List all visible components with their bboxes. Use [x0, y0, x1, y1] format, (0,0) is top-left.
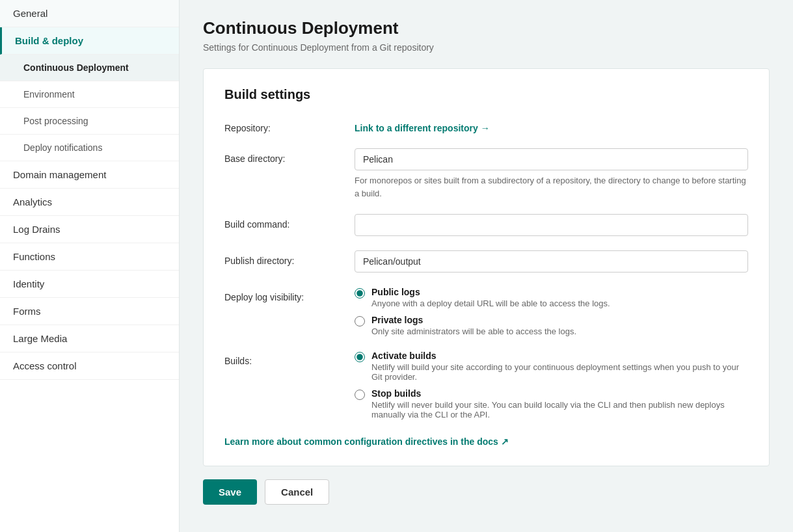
sidebar-item-large-media[interactable]: Large Media — [0, 325, 179, 352]
page-title: Continuous Deployment — [203, 18, 770, 38]
build-settings-card: Build settings Repository: Link to a dif… — [203, 68, 770, 466]
repository-row: Repository: Link to a different reposito… — [224, 118, 748, 134]
public-logs-radio[interactable] — [355, 288, 365, 299]
sidebar-item-analytics[interactable]: Analytics — [0, 189, 179, 216]
repository-link[interactable]: Link to a different repository → — [355, 118, 490, 133]
private-logs-description: Only site administrators will be able to… — [371, 326, 576, 336]
activate-builds-label[interactable]: Activate builds — [371, 351, 748, 361]
build-command-row: Build command: — [224, 214, 748, 236]
deploy-log-visibility-label: Deploy log visibility: — [224, 287, 355, 302]
sidebar-item-continuous-deployment[interactable]: Continuous Deployment — [0, 55, 179, 81]
cancel-button[interactable]: Cancel — [265, 479, 329, 505]
public-logs-option: Public logs Anyone with a deploy detail … — [355, 287, 748, 308]
private-logs-radio[interactable] — [355, 316, 365, 326]
public-logs-description: Anyone with a deploy detail URL will be … — [371, 299, 610, 308]
activate-builds-option: Activate builds Netlify will build your … — [355, 351, 748, 382]
repository-label: Repository: — [224, 118, 355, 133]
deploy-log-visibility-field: Public logs Anyone with a deploy detail … — [355, 287, 748, 336]
sidebar: GeneralBuild & deployContinuous Deployme… — [0, 0, 180, 532]
build-command-label: Build command: — [224, 214, 355, 230]
sidebar-item-post-processing[interactable]: Post processing — [0, 108, 179, 135]
activate-builds-description: Netlify will build your site according t… — [371, 362, 748, 382]
builds-label: Builds: — [224, 351, 355, 366]
base-directory-row: Base directory: For monorepos or sites b… — [224, 148, 748, 200]
build-command-input[interactable] — [355, 214, 748, 236]
deploy-log-radio-group: Public logs Anyone with a deploy detail … — [355, 287, 748, 336]
deploy-log-visibility-row: Deploy log visibility: Public logs Anyon… — [224, 287, 748, 336]
page-subtitle: Settings for Continuous Deployment from … — [203, 42, 770, 53]
build-command-field — [355, 214, 748, 236]
base-directory-label: Base directory: — [224, 148, 355, 164]
build-settings-title: Build settings — [224, 87, 748, 102]
save-button[interactable]: Save — [203, 479, 257, 505]
sidebar-item-environment[interactable]: Environment — [0, 81, 179, 108]
publish-directory-label: Publish directory: — [224, 250, 355, 266]
main-content: Continuous Deployment Settings for Conti… — [180, 0, 793, 532]
builds-field: Activate builds Netlify will build your … — [355, 351, 748, 419]
sidebar-item-build-deploy[interactable]: Build & deploy — [0, 27, 179, 55]
publish-directory-input[interactable] — [355, 250, 748, 273]
action-buttons: Save Cancel — [203, 479, 770, 505]
private-logs-option: Private logs Only site administrators wi… — [355, 315, 748, 336]
learn-more-link[interactable]: Learn more about common configuration di… — [224, 436, 509, 447]
activate-builds-radio[interactable] — [355, 352, 365, 362]
sidebar-item-general[interactable]: General — [0, 0, 179, 27]
public-logs-label[interactable]: Public logs — [371, 287, 610, 297]
repository-field: Link to a different repository → — [355, 118, 748, 134]
stop-builds-description: Netlify will never build your site. You … — [371, 400, 748, 419]
stop-builds-option: Stop builds Netlify will never build you… — [355, 388, 748, 419]
stop-builds-label[interactable]: Stop builds — [371, 388, 748, 399]
base-directory-input[interactable] — [355, 148, 748, 170]
sidebar-item-deploy-notifications[interactable]: Deploy notifications — [0, 135, 179, 161]
base-directory-hint: For monorepos or sites built from a subd… — [355, 174, 748, 200]
sidebar-item-functions[interactable]: Functions — [0, 243, 179, 271]
private-logs-label[interactable]: Private logs — [371, 315, 576, 325]
sidebar-item-log-drains[interactable]: Log Drains — [0, 216, 179, 243]
sidebar-item-access-control[interactable]: Access control — [0, 352, 179, 380]
builds-radio-group: Activate builds Netlify will build your … — [355, 351, 748, 419]
builds-row: Builds: Activate builds Netlify will bui… — [224, 351, 748, 419]
stop-builds-radio[interactable] — [355, 390, 365, 400]
sidebar-item-domain-management[interactable]: Domain management — [0, 161, 179, 189]
base-directory-field: For monorepos or sites built from a subd… — [355, 148, 748, 200]
sidebar-item-forms[interactable]: Forms — [0, 298, 179, 325]
publish-directory-row: Publish directory: — [224, 250, 748, 273]
sidebar-item-identity[interactable]: Identity — [0, 271, 179, 298]
publish-directory-field — [355, 250, 748, 273]
